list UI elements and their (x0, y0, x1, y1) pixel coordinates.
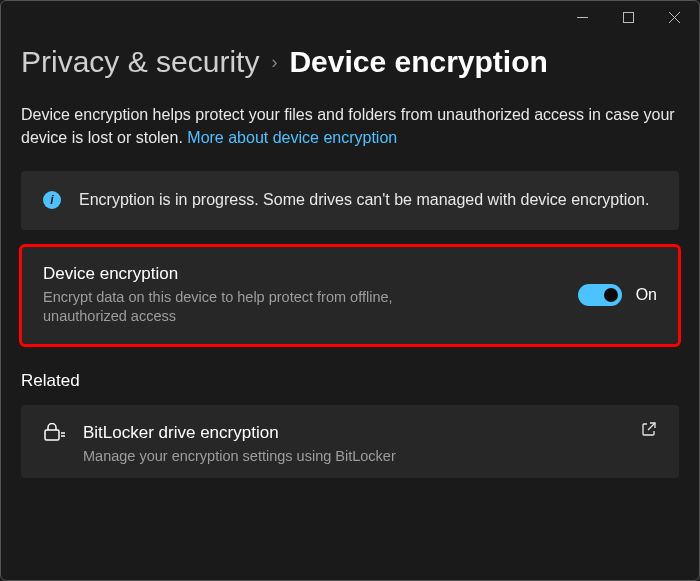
window-titlebar (1, 1, 699, 33)
device-encryption-subtitle: Encrypt data on this device to help prot… (43, 288, 463, 327)
page-description: Device encryption helps protect your fil… (21, 103, 679, 149)
close-icon (669, 12, 680, 23)
breadcrumb: Privacy & security › Device encryption (21, 45, 679, 79)
close-button[interactable] (651, 2, 697, 32)
maximize-button[interactable] (605, 2, 651, 32)
svg-rect-1 (623, 12, 633, 22)
svg-rect-4 (45, 430, 59, 440)
bitlocker-card[interactable]: BitLocker drive encryption Manage your e… (21, 405, 679, 479)
toggle-state-label: On (636, 286, 657, 304)
chevron-right-icon: › (271, 52, 277, 73)
info-banner-text: Encryption is in progress. Some drives c… (79, 189, 649, 211)
maximize-icon (623, 12, 634, 23)
open-external-icon (641, 421, 657, 441)
breadcrumb-parent[interactable]: Privacy & security (21, 45, 259, 79)
breadcrumb-current: Device encryption (289, 45, 547, 79)
info-icon: i (43, 191, 61, 209)
device-encryption-toggle[interactable] (578, 284, 622, 306)
lock-icon (43, 423, 65, 441)
related-header: Related (21, 371, 679, 391)
learn-more-link[interactable]: More about device encryption (187, 129, 397, 146)
toggle-thumb (604, 288, 618, 302)
device-encryption-card: Device encryption Encrypt data on this d… (21, 246, 679, 345)
info-banner: i Encryption is in progress. Some drives… (21, 171, 679, 229)
svg-line-7 (648, 423, 655, 430)
minimize-button[interactable] (559, 2, 605, 32)
bitlocker-subtitle: Manage your encryption settings using Bi… (83, 447, 503, 467)
minimize-icon (577, 17, 588, 18)
device-encryption-title: Device encryption (43, 264, 560, 284)
bitlocker-title: BitLocker drive encryption (83, 423, 623, 443)
